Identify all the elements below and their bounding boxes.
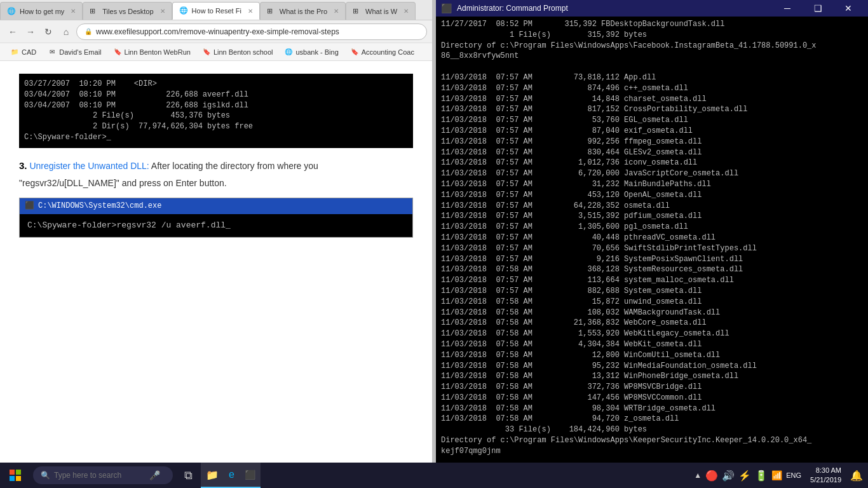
tab-3[interactable]: 🌐 How to Reset Fi ✕ <box>172 2 260 20</box>
tab-2[interactable]: ⊞ Tiles vs Desktop ✕ <box>83 2 172 20</box>
file-explorer-button[interactable]: 📁 <box>201 463 224 488</box>
clock-date: 5/21/2019 <box>810 475 841 485</box>
file-row-18: 11/03/2018 07:58 AM 368,128 SystemResour… <box>441 264 863 275</box>
tab3-favicon: 🌐 <box>179 6 188 15</box>
edge-button[interactable]: e <box>224 463 240 488</box>
bookmark-cad[interactable]: 📁 CAD <box>5 45 41 59</box>
edge-icon: e <box>229 469 234 480</box>
up-arrow-icon[interactable]: ▲ <box>694 471 702 480</box>
file-row-32: 11/03/2018 07:58 AM 94,720 z_osmeta.dll <box>441 414 863 424</box>
tab4-close[interactable]: ✕ <box>334 8 339 15</box>
bookmark-email[interactable]: ✉ David's Email <box>43 45 106 59</box>
microphone-icon[interactable]: 🎤 <box>149 470 160 480</box>
cmd-maximize-button[interactable]: ❑ <box>803 0 832 17</box>
file-row-30: 11/03/2018 07:58 AM 147,456 WP8MSVCCommo… <box>441 393 863 403</box>
file-row-8: 11/03/2018 07:57 AM 1,012,736 iconv_osme… <box>441 158 863 168</box>
terminal-line-7: C:\Spyware-folder>_ <box>24 132 408 143</box>
bookmark-lbwebrun-label: Linn Benton WebRun <box>125 48 191 56</box>
bookmark-usbank[interactable]: 🌐 usbank - Bing <box>279 45 343 59</box>
cmd-minimize-button[interactable]: ─ <box>773 0 802 17</box>
file-summary: 33 File(s) 184,424,960 bytes <box>441 424 863 435</box>
tab4-label: What is the Pro <box>280 8 327 15</box>
bookmark-email-favicon: ✉ <box>48 48 57 57</box>
cmd-titlebar: ⬛ Administrator: Command Prompt ─ ❑ ✕ <box>436 0 868 17</box>
tab-4[interactable]: ⊞ What is the Pro ✕ <box>260 2 346 20</box>
bookmark-lbwebrun[interactable]: 🔖 Linn Benton WebRun <box>108 45 196 59</box>
back-button[interactable]: ← <box>5 24 20 39</box>
cmd-header-2: 1 File(s) 315,392 bytes <box>441 30 863 41</box>
tab2-close[interactable]: ✕ <box>160 8 165 15</box>
search-input[interactable] <box>54 471 149 480</box>
cmd-path-1: Directory of c:\Program Files\WindowsApp… <box>441 41 863 51</box>
inner-cmd-icon: ⬛ <box>25 200 34 212</box>
file-row-21: 11/03/2018 07:58 AM 15,872 unwind_osmeta… <box>441 297 863 308</box>
taskbar-apps: 📁 e ⬛ <box>201 463 261 488</box>
svg-rect-1 <box>16 470 21 475</box>
task-view-icon: ⧉ <box>184 469 193 482</box>
network-icon: 📶 <box>771 470 782 480</box>
address-bar[interactable]: 🔒 www.exefilesupport.com/remove-winuapen… <box>76 24 427 40</box>
svg-rect-3 <box>16 476 21 481</box>
terminal-line-1: 03/27/2007 10:20 PM <DIR> <box>24 79 408 90</box>
browser-content: 03/27/2007 10:20 PM <DIR> 03/04/2007 08:… <box>0 61 432 463</box>
reload-button[interactable]: ↻ <box>41 24 56 39</box>
file-row-10: 11/03/2018 07:57 AM 31,232 MainBundlePat… <box>441 179 863 190</box>
browser-tabs: 🌐 How to get my ✕ ⊞ Tiles vs Desktop ✕ 🌐… <box>0 0 432 20</box>
tab-5[interactable]: ⊞ What is W ✕ <box>346 2 416 20</box>
tab3-close[interactable]: ✕ <box>248 8 253 15</box>
terminal-line-5: 2 Dir(s) 77,974,626,304 bytes free <box>24 121 408 132</box>
address-text: www.exefilesupport.com/remove-winuapentr… <box>96 27 339 36</box>
step-3-section: 3. Unregister the Unwanted DLL: After lo… <box>19 158 413 190</box>
bookmark-email-label: David's Email <box>59 48 101 56</box>
terminal-line-3: 03/04/2007 08:10 PM 226,688 igslkd.dll <box>24 100 408 111</box>
systray-icon-2: 🔊 <box>722 470 735 482</box>
bookmark-lbschool[interactable]: 🔖 Linn Benton school <box>197 45 278 59</box>
lock-icon: 🔒 <box>85 28 92 35</box>
bookmark-cad-label: CAD <box>22 48 36 56</box>
cmd-footer-dir2: kejf07qmg0jnm <box>441 446 863 457</box>
file-row-0: 11/03/2018 07:57 AM 73,818,112 App.dll <box>441 72 863 83</box>
browser-window: 🌐 How to get my ✕ ⊞ Tiles vs Desktop ✕ 🌐… <box>0 0 432 463</box>
notification-icon[interactable]: 🔔 <box>850 470 863 482</box>
cmd-app-button[interactable]: ⬛ <box>240 463 261 488</box>
bookmark-usbank-favicon: 🌐 <box>284 48 293 57</box>
file-row-25: 11/03/2018 07:58 AM 4,304,384 WebKit_osm… <box>441 339 863 350</box>
tab-1[interactable]: 🌐 How to get my ✕ <box>0 2 83 20</box>
tab2-label: Tiles vs Desktop <box>102 8 153 15</box>
file-row-1: 11/03/2018 07:57 AM 874,496 c++_osmeta.d… <box>441 83 863 94</box>
bookmark-accounting[interactable]: 🔖 Accounting Coac <box>345 45 419 59</box>
file-row-23: 11/03/2018 07:58 AM 21,368,832 WebCore_o… <box>441 318 863 329</box>
cmd-path-2: 86__8xx8rvfyw5nnt <box>441 51 863 62</box>
taskbar-clock[interactable]: 8:30 AM 5/21/2019 <box>805 466 846 485</box>
taskbar-search[interactable]: 🔍 🎤 <box>33 466 173 484</box>
step-link-text[interactable]: Unregister the Unwanted DLL: <box>29 161 149 171</box>
windows-logo-icon <box>9 469 22 482</box>
file-row-5: 11/03/2018 07:57 AM 87,040 exif_osmeta.d… <box>441 126 863 137</box>
clock-time: 8:30 AM <box>810 466 841 475</box>
tab5-close[interactable]: ✕ <box>403 8 409 15</box>
tab1-close[interactable]: ✕ <box>71 8 76 15</box>
file-row-15: 11/03/2018 07:57 AM 40,448 pthreadVC_osm… <box>441 233 863 243</box>
file-row-14: 11/03/2018 07:57 AM 1,305,600 pgl_osmeta… <box>441 222 863 233</box>
file-row-28: 11/03/2018 07:58 AM 13,312 WinPhoneBridg… <box>441 371 863 382</box>
forward-button[interactable]: → <box>23 24 38 39</box>
inner-cmd-window: ⬛ C:\WINDOWS\System32\cmd.exe C:\Spyware… <box>19 198 413 238</box>
start-button[interactable] <box>0 463 31 488</box>
cmd-controls: ─ ❑ ✕ <box>773 0 863 17</box>
step-3-paragraph: 3. Unregister the Unwanted DLL: After lo… <box>19 158 413 173</box>
home-button[interactable]: ⌂ <box>58 24 74 39</box>
systray-icon-3: ⚡ <box>738 470 751 482</box>
terminal-line-4: 2 File(s) 453,376 bytes <box>24 111 408 121</box>
inner-cmd-title-text: C:\WINDOWS\System32\cmd.exe <box>38 200 161 212</box>
cmd-close-button[interactable]: ✕ <box>834 0 863 17</box>
taskbar: 🔍 🎤 ⧉ 📁 e ⬛ ▲ 🔴 🔊 ⚡ 🔋 📶 ENG 8:30 AM 5/21… <box>0 463 868 488</box>
file-row-16: 11/03/2018 07:57 AM 70,656 SwiftStdlibPr… <box>441 243 863 254</box>
bookmark-usbank-label: usbank - Bing <box>295 48 338 56</box>
tab1-label: How to get my <box>20 8 64 15</box>
file-row-9: 11/03/2018 07:57 AM 6,720,000 JavaScript… <box>441 168 863 179</box>
bookmark-accounting-label: Accounting Coac <box>362 48 414 56</box>
tab1-favicon: 🌐 <box>7 7 16 16</box>
systray-icon-1: 🔴 <box>705 470 718 482</box>
task-view-button[interactable]: ⧉ <box>175 463 201 488</box>
step-3-desc-line2: "regsvr32/u[DLL_NAME]" and press on Ente… <box>19 176 413 190</box>
